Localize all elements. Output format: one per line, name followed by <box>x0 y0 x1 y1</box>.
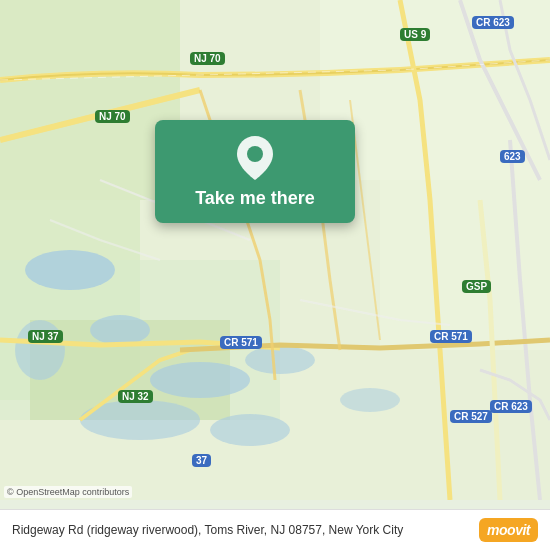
road-label-37: 37 <box>192 454 211 467</box>
address-text: Ridgeway Rd (ridgeway riverwood), Toms R… <box>12 522 469 539</box>
map-container: NJ 70 NJ 70 US 9 CR 623 623 CR 623 NJ 37… <box>0 0 550 550</box>
road-label-623-right: 623 <box>500 150 525 163</box>
road-label-cr571-right: CR 571 <box>430 330 472 343</box>
road-label-nj32: NJ 32 <box>118 390 153 403</box>
svg-point-10 <box>210 414 290 446</box>
road-label-nj70-top: NJ 70 <box>190 52 225 65</box>
road-label-cr623-bot: CR 623 <box>490 400 532 413</box>
moovit-logo-text: moovit <box>487 522 530 538</box>
road-label-cr571-left: CR 571 <box>220 336 262 349</box>
svg-point-8 <box>245 346 315 374</box>
take-me-there-button[interactable]: Take me there <box>155 120 355 223</box>
road-label-cr527: CR 527 <box>450 410 492 423</box>
take-me-there-label: Take me there <box>195 188 315 209</box>
svg-point-5 <box>25 250 115 290</box>
moovit-logo: moovit <box>479 518 538 542</box>
moovit-logo-box: moovit <box>479 518 538 542</box>
map-svg <box>0 0 550 500</box>
svg-point-11 <box>340 388 400 412</box>
svg-point-6 <box>90 315 150 345</box>
road-label-us9: US 9 <box>400 28 430 41</box>
road-label-nj37: NJ 37 <box>28 330 63 343</box>
osm-credit: © OpenStreetMap contributors <box>4 486 132 498</box>
road-label-gsp: GSP <box>462 280 491 293</box>
location-pin-icon <box>237 136 273 180</box>
road-label-cr623-top: CR 623 <box>472 16 514 29</box>
svg-point-15 <box>247 146 263 162</box>
svg-point-12 <box>15 320 65 380</box>
svg-point-7 <box>150 362 250 398</box>
info-bar: Ridgeway Rd (ridgeway riverwood), Toms R… <box>0 509 550 550</box>
road-label-nj70-left: NJ 70 <box>95 110 130 123</box>
